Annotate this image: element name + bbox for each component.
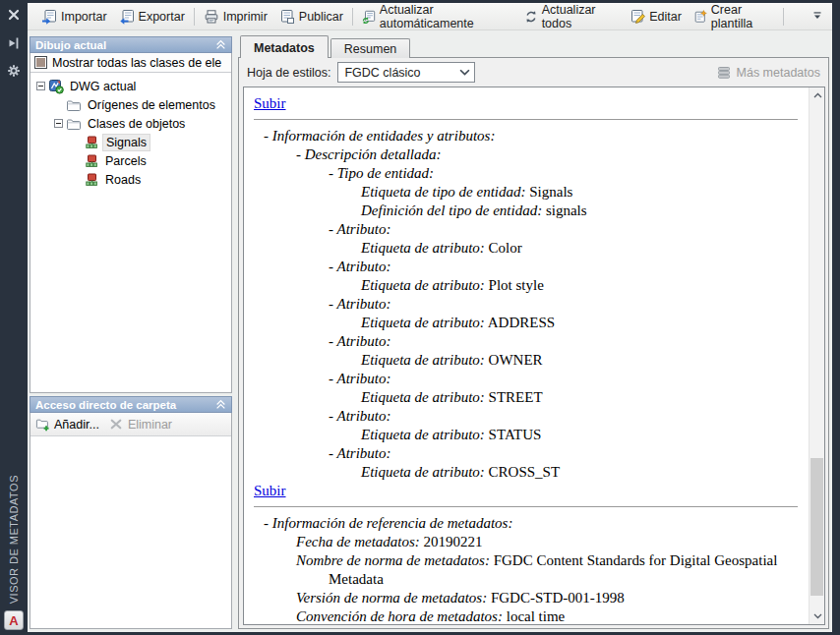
doc-line: Definición del tipo de entidad: signals xyxy=(254,202,800,220)
metadata-view-panel: Metadatos Resumen Hoja de estilos: FGDC … xyxy=(238,35,829,629)
add-folder-button[interactable]: Añadir... xyxy=(35,417,99,432)
publish-button[interactable]: Publicar xyxy=(273,6,349,28)
subir-link[interactable]: Subir xyxy=(254,483,286,498)
scroll-up-icon[interactable] xyxy=(810,87,825,103)
tree-item-parcels[interactable]: Parcels xyxy=(30,151,231,170)
folder-shortcut-panel-header[interactable]: Acceso directo de carpeta xyxy=(30,396,232,413)
remove-folder-label: Eliminar xyxy=(128,418,172,432)
toolbar-separator xyxy=(783,8,784,26)
tree-label: Clases de objetos xyxy=(85,116,188,132)
tree-item-dwg-actual[interactable]: DWG actual xyxy=(30,77,231,95)
tree-label: Signals xyxy=(102,134,150,151)
folder-shortcut-panel: Acceso directo de carpeta Añadir... xyxy=(30,396,232,629)
edit-button[interactable]: Editar xyxy=(624,6,688,28)
doc-line: - Atributo: xyxy=(254,258,800,276)
collapse-expander-icon[interactable] xyxy=(54,119,63,128)
collapse-chevron-icon[interactable] xyxy=(215,39,226,50)
create-template-label: Crear plantilla xyxy=(711,3,777,30)
palette-content: Importar Exportar Imprimir xyxy=(28,3,832,632)
tree-item-origenes[interactable]: Orígenes de elementos xyxy=(30,95,231,114)
stylesheet-value: FGDC clásico xyxy=(344,66,459,80)
collapse-chevron-icon[interactable] xyxy=(215,399,226,410)
doc-line: - Atributo: xyxy=(254,444,800,463)
drawing-tree: DWG actual Orígenes de elementos xyxy=(30,73,231,189)
tree-label: Orígenes de elementos xyxy=(85,97,218,113)
scroll-down-icon[interactable] xyxy=(810,608,825,624)
show-all-classes-label: Mostrar todas las clases de ele xyxy=(52,56,221,70)
doc-line: Convención de hora de metadatos: local t… xyxy=(254,607,800,624)
update-all-icon xyxy=(524,9,538,25)
auto-hide-pin-icon[interactable] xyxy=(6,35,22,51)
doc-line: Etiqueta de atributo: Plot style xyxy=(254,276,800,295)
collapse-expander-icon[interactable] xyxy=(36,82,45,90)
import-button[interactable]: Importar xyxy=(35,6,113,28)
scrollbar-thumb[interactable] xyxy=(810,458,823,596)
remove-folder-icon xyxy=(109,417,124,432)
auto-update-icon xyxy=(362,9,376,25)
chevron-down-icon xyxy=(459,69,470,77)
print-icon xyxy=(204,9,219,25)
doc-line: Etiqueta de atributo: STATUS xyxy=(254,426,800,444)
tree-label: Roads xyxy=(102,172,144,188)
doc-line: Etiqueta de atributo: Color xyxy=(254,239,800,258)
folder-shortcut-panel-body: Añadir... Eliminar xyxy=(30,413,232,629)
tree-item-roads[interactable]: Roads xyxy=(30,170,231,189)
object-class-icon xyxy=(84,153,99,169)
doc-line: - Atributo: xyxy=(254,370,800,388)
document-divider xyxy=(254,506,798,507)
doc-line: - Atributo: xyxy=(254,407,800,426)
tree-item-clases-objetos[interactable]: Clases de objetos xyxy=(30,114,231,133)
doc-line: - Información de referencia de metadatos… xyxy=(254,514,800,533)
palette-title-strip: VISOR DE METADATOS A xyxy=(0,0,28,635)
export-button[interactable]: Exportar xyxy=(113,6,191,28)
metadata-tabs: Metadatos Resumen xyxy=(240,35,412,58)
show-all-classes-row: Mostrar todas las clases de ele xyxy=(30,53,231,73)
show-all-classes-checkbox[interactable] xyxy=(34,56,47,69)
toolbar-separator xyxy=(194,8,195,26)
export-label: Exportar xyxy=(139,10,185,24)
document-scrollbar[interactable] xyxy=(809,87,824,624)
current-drawing-panel-header[interactable]: Dibujo actual xyxy=(30,36,232,53)
object-class-icon xyxy=(84,135,99,150)
print-button[interactable]: Imprimir xyxy=(198,6,273,28)
tree-item-signals[interactable]: Signals xyxy=(30,133,231,151)
update-all-label: Actualizar todos xyxy=(542,3,619,30)
remove-folder-button[interactable]: Eliminar xyxy=(109,417,172,432)
update-all-button[interactable]: Actualizar todos xyxy=(518,0,625,33)
tree-label: DWG actual xyxy=(67,79,139,94)
more-metadata-button[interactable]: Más metadatos xyxy=(716,65,820,81)
autocad-logo: A xyxy=(4,610,24,630)
export-icon xyxy=(119,9,135,25)
close-icon[interactable] xyxy=(6,7,22,23)
doc-line: Versión de norma de metadatos: FGDC-STD-… xyxy=(254,589,800,607)
document-divider xyxy=(254,119,798,120)
doc-line: Etiqueta de atributo: OWNER xyxy=(254,351,800,370)
properties-gear-icon[interactable] xyxy=(6,63,22,79)
doc-line: Etiqueta de tipo de entidad: Signals xyxy=(254,183,800,202)
subir-link[interactable]: Subir xyxy=(254,95,286,111)
stylesheet-row: Hoja de estilos: FGDC clásico xyxy=(239,58,828,87)
palette-vertical-title: VISOR DE METADATOS xyxy=(8,475,20,604)
current-drawing-panel-body: Mostrar todas las clases de ele DWG actu… xyxy=(30,53,232,393)
current-drawing-panel: Dibujo actual Mostrar todas las clases d… xyxy=(30,36,232,393)
metadata-document: Subir - Información de entidades y atrib… xyxy=(243,87,825,625)
doc-line: Etiqueta de atributo: ADDRESS xyxy=(254,314,800,332)
tab-metadatos[interactable]: Metadatos xyxy=(240,35,329,58)
toolbar-overflow-icon[interactable] xyxy=(810,9,824,25)
create-template-button[interactable]: Crear plantilla xyxy=(688,0,783,33)
doc-line: Metadata xyxy=(254,570,800,589)
doc-line: Etiqueta de atributo: STREET xyxy=(254,388,800,407)
more-metadata-label: Más metadatos xyxy=(737,66,820,80)
stylesheet-select[interactable]: FGDC clásico xyxy=(337,62,475,83)
current-drawing-panel-title: Dibujo actual xyxy=(35,39,106,51)
print-label: Imprimir xyxy=(223,10,268,24)
doc-line: Fecha de metadatos: 20190221 xyxy=(254,533,800,551)
tab-resumen[interactable]: Resumen xyxy=(330,38,411,58)
doc-line: - Atributo: xyxy=(254,332,800,351)
metadata-document-text: Subir - Información de entidades y atrib… xyxy=(244,87,808,624)
doc-line: - Atributo: xyxy=(254,295,800,314)
metadata-toolbar: Importar Exportar Imprimir xyxy=(28,3,832,30)
auto-update-button[interactable]: Actualizar automáticamente xyxy=(356,0,518,33)
doc-line: - Información de entidades y atributos: xyxy=(254,127,800,145)
doc-line: Nombre de norma de metadatos: FGDC Conte… xyxy=(254,551,800,570)
